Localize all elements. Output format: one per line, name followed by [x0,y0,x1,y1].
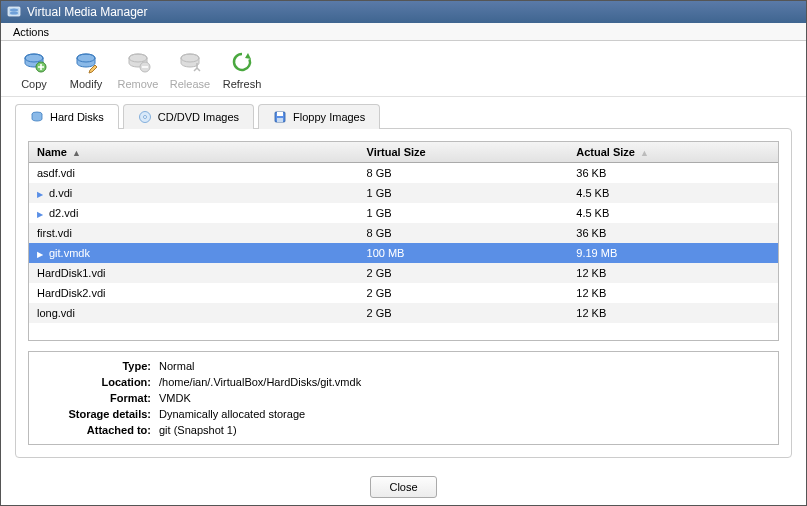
detail-storage-value: Dynamically allocated storage [159,406,768,422]
titlebar: Virtual Media Manager [1,1,806,23]
window: Virtual Media Manager Actions Copy Modif… [0,0,807,506]
svg-rect-18 [277,118,283,122]
row-actual-size: 12 KB [568,283,778,303]
row-actual-size: 12 KB [568,303,778,323]
detail-format-value: VMDK [159,390,768,406]
row-virtual-size: 2 GB [359,303,569,323]
window-title: Virtual Media Manager [27,5,148,19]
menu-actions[interactable]: Actions [7,24,55,40]
panel: Name ▲ Virtual Size Actual Size ▲ asdf.v… [15,128,792,458]
detail-format-label: Format: [39,390,159,406]
content: Hard Disks CD/DVD Images Floppy Images [1,97,806,468]
menubar: Actions [1,23,806,41]
detail-attached-value: git (Snapshot 1) [159,422,768,438]
release-icon [176,48,204,76]
detail-location-label: Location: [39,374,159,390]
media-table-scroll[interactable]: Name ▲ Virtual Size Actual Size ▲ asdf.v… [29,142,778,340]
toolbar: Copy Modify Remove Release Refresh [1,41,806,97]
table-row[interactable]: ▶d.vdi1 GB4.5 KB [29,183,778,203]
remove-button: Remove [115,46,161,92]
refresh-icon [228,48,256,76]
release-label: Release [170,78,210,90]
hard-disk-icon [30,110,44,124]
tab-floppy[interactable]: Floppy Images [258,104,380,129]
remove-label: Remove [118,78,159,90]
row-actual-size: 36 KB [568,163,778,184]
tab-cd-dvd[interactable]: CD/DVD Images [123,104,254,129]
modify-button[interactable]: Modify [63,46,109,92]
modify-icon [72,48,100,76]
expand-icon[interactable]: ▶ [37,190,45,199]
dialog-buttons: Close [1,468,806,505]
modify-label: Modify [70,78,102,90]
table-row[interactable]: ▶git.vmdk100 MB9.19 MB [29,243,778,263]
table-row[interactable]: HardDisk2.vdi2 GB12 KB [29,283,778,303]
row-actual-size: 12 KB [568,263,778,283]
tab-hard-disks-label: Hard Disks [50,111,104,123]
copy-label: Copy [21,78,47,90]
row-virtual-size: 8 GB [359,223,569,243]
svg-point-2 [10,12,18,15]
sort-asc-icon: ▲ [640,148,649,158]
col-header-actual-size[interactable]: Actual Size ▲ [568,142,778,163]
row-actual-size: 36 KB [568,223,778,243]
app-icon [7,5,21,19]
release-button: Release [167,46,213,92]
tab-floppy-label: Floppy Images [293,111,365,123]
row-virtual-size: 2 GB [359,263,569,283]
table-row[interactable]: first.vdi8 GB36 KB [29,223,778,243]
detail-storage-label: Storage details: [39,406,159,422]
row-name: first.vdi [37,227,72,239]
row-name: long.vdi [37,307,75,319]
details-panel: Type:Normal Location:/home/ian/.VirtualB… [28,351,779,445]
row-name: d2.vdi [49,207,78,219]
detail-type-label: Type: [39,358,159,374]
detail-attached-label: Attached to: [39,422,159,438]
col-header-virtual-size[interactable]: Virtual Size [359,142,569,163]
cd-icon [138,110,152,124]
table-row[interactable]: ▶d2.vdi1 GB4.5 KB [29,203,778,223]
row-name: git.vmdk [49,247,90,259]
row-name: HardDisk1.vdi [37,267,105,279]
tab-hard-disks[interactable]: Hard Disks [15,104,119,129]
table-row[interactable]: asdf.vdi8 GB36 KB [29,163,778,184]
row-name: d.vdi [49,187,72,199]
media-table-wrap: Name ▲ Virtual Size Actual Size ▲ asdf.v… [28,141,779,341]
row-virtual-size: 1 GB [359,183,569,203]
row-actual-size: 4.5 KB [568,203,778,223]
detail-location-value: /home/ian/.VirtualBox/HardDisks/git.vmdk [159,374,768,390]
svg-rect-17 [277,112,283,116]
row-virtual-size: 1 GB [359,203,569,223]
row-virtual-size: 2 GB [359,283,569,303]
row-virtual-size: 8 GB [359,163,569,184]
row-virtual-size: 100 MB [359,243,569,263]
svg-point-1 [10,9,18,12]
tabs: Hard Disks CD/DVD Images Floppy Images [15,103,792,128]
close-button[interactable]: Close [370,476,436,498]
row-name: HardDisk2.vdi [37,287,105,299]
detail-type-value: Normal [159,358,768,374]
refresh-button[interactable]: Refresh [219,46,265,92]
copy-button[interactable]: Copy [11,46,57,92]
col-header-name[interactable]: Name ▲ [29,142,359,163]
row-actual-size: 4.5 KB [568,183,778,203]
copy-icon [20,48,48,76]
remove-icon [124,48,152,76]
refresh-label: Refresh [223,78,262,90]
tab-cd-dvd-label: CD/DVD Images [158,111,239,123]
svg-point-15 [143,116,146,119]
expand-icon[interactable]: ▶ [37,250,45,259]
table-row[interactable]: HardDisk1.vdi2 GB12 KB [29,263,778,283]
expand-icon[interactable]: ▶ [37,210,45,219]
floppy-icon [273,110,287,124]
row-actual-size: 9.19 MB [568,243,778,263]
sort-asc-icon: ▲ [72,148,81,158]
row-name: asdf.vdi [37,167,75,179]
table-row[interactable]: long.vdi2 GB12 KB [29,303,778,323]
media-table: Name ▲ Virtual Size Actual Size ▲ asdf.v… [29,142,778,323]
